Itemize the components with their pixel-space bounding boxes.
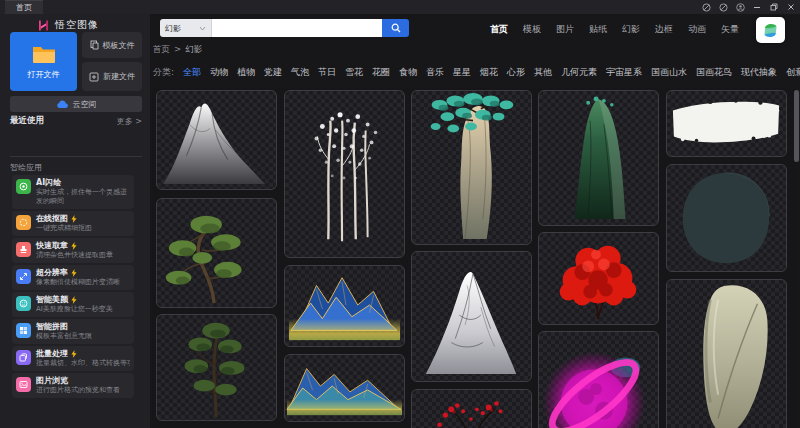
sidebar-app-online-cutout[interactable]: 在线抠图 一键完成精细抠图 <box>12 211 134 236</box>
nav-item-frames[interactable]: 边框 <box>655 23 673 36</box>
sidebar-app-smart-beauty[interactable]: 智能美颜 AI美肤瘦脸让您一秒变美 <box>12 292 134 317</box>
window-controls <box>701 0 796 14</box>
nav-item-vector[interactable]: 矢量 <box>721 23 739 36</box>
category-party[interactable]: 党建 <box>264 66 282 79</box>
category-geometry[interactable]: 几何元素 <box>561 66 597 79</box>
app-desc: 模板丰富创意无限 <box>36 332 130 341</box>
gallery-card-blue-gold-mountains[interactable] <box>284 265 405 347</box>
category-ink-landscape[interactable]: 国画山水 <box>651 66 687 79</box>
sidebar: 悟空图像 打开文件 模板文件 新建文件 <box>0 14 150 428</box>
sidebar-app-super-resolution[interactable]: 超分辨率 像素翻倍使模糊图片变清晰 <box>12 265 134 290</box>
category-bubble[interactable]: 气泡 <box>291 66 309 79</box>
sidebar-app-smart-collage[interactable]: 智能拼图 模板丰富创意无限 <box>12 319 134 344</box>
app-title: 智能拼图 <box>36 322 68 332</box>
category-food[interactable]: 食物 <box>399 66 417 79</box>
cloud-icon <box>56 100 69 109</box>
gallery-card-neon-planet-partial[interactable] <box>538 331 659 428</box>
open-file-button[interactable]: 打开文件 <box>10 32 77 91</box>
gallery-card-khaki-paint-smear[interactable] <box>666 279 787 428</box>
sidebar-app-quick-stamp[interactable]: 快速取章 清理杂色并快速提取图章 <box>12 238 134 263</box>
app-title: 批量处理 <box>36 349 68 359</box>
super-resolution-icon <box>16 269 31 284</box>
category-star[interactable]: 星星 <box>453 66 471 79</box>
category-all[interactable]: 全部 <box>183 66 201 79</box>
close-icon[interactable] <box>786 2 796 12</box>
nav-item-home[interactable]: 首页 <box>490 23 508 36</box>
app-title: AI闪绘 <box>36 178 61 188</box>
app-title: 在线抠图 <box>36 214 68 224</box>
wukong-image-app-window: 首页 <box>0 0 800 428</box>
category-snowflake[interactable]: 雪花 <box>345 66 363 79</box>
sidebar-app-ai-flash-draw[interactable]: AI闪绘 实时生成，抓住每一个灵感迸发的瞬间 <box>12 175 134 209</box>
category-other[interactable]: 其他 <box>534 66 552 79</box>
app-desc: 批量裁切、水印、格式转换等功能 <box>36 359 130 368</box>
more-link[interactable]: 更多 > <box>117 116 142 127</box>
new-file-icon <box>89 72 99 82</box>
lightning-badge-icon <box>71 242 77 250</box>
sidebar-app-image-browse[interactable]: 图片浏览 进行图片格式的预览和查看 <box>12 373 134 398</box>
gallery-card-dark-teal-circle[interactable] <box>666 164 787 272</box>
gallery-card-pine-green[interactable] <box>156 198 277 308</box>
category-galaxy[interactable]: 宇宙星系 <box>606 66 642 79</box>
cloud-space-label: 云空间 <box>73 99 97 110</box>
nav-item-stickers[interactable]: 贴纸 <box>589 23 607 36</box>
category-animal[interactable]: 动物 <box>210 66 228 79</box>
app-desc: 像素翻倍使模糊图片变清晰 <box>36 278 130 287</box>
breadcrumb-current: 幻影 <box>185 44 202 56</box>
app-desc: 实时生成，抓住每一个灵感迸发的瞬间 <box>36 188 130 206</box>
gallery-card-bonsai-rock[interactable] <box>411 90 532 245</box>
category-filter-row: 分类: 全部 动物 植物 党建 气泡 节日 雪花 花圈 食物 音乐 星星 烟花 … <box>153 66 800 79</box>
scrollbar-thumb[interactable] <box>794 90 799 162</box>
gallery-card-red-blossom-partial[interactable] <box>411 389 532 428</box>
category-ink-flower-bird[interactable]: 国画花鸟 <box>696 66 732 79</box>
gallery-card-blue-teal-ridge[interactable] <box>284 354 405 422</box>
gallery-card-pine-dark[interactable] <box>156 314 277 421</box>
nav-item-images[interactable]: 图片 <box>556 23 574 36</box>
sidebar-app-batch-process[interactable]: 批量处理 批量裁切、水印、格式转换等功能 <box>12 346 134 371</box>
slashed-circle-icon[interactable] <box>718 2 728 12</box>
gallery-card-white-blossom-trees[interactable] <box>284 90 405 258</box>
recent-used-label: 最近使用 <box>10 115 44 127</box>
gallery-card-green-cliff[interactable] <box>538 90 659 226</box>
brand-s-logo[interactable] <box>756 17 785 43</box>
search-bar: 幻影 <box>160 19 409 37</box>
nav-item-animation[interactable]: 动画 <box>688 23 706 36</box>
category-label: 分类: <box>153 66 174 79</box>
category-modern-abstract[interactable]: 现代抽象 <box>741 66 777 79</box>
category-creative-contest[interactable]: 创意大赛 <box>786 66 800 79</box>
gallery-card-ink-mountain-white[interactable] <box>411 251 532 382</box>
category-heart[interactable]: 心形 <box>507 66 525 79</box>
user-icon[interactable] <box>735 2 745 12</box>
gallery-card-red-coral-tree[interactable] <box>538 232 659 325</box>
smart-apps-header: 智绘应用 <box>10 162 42 173</box>
template-file-button[interactable]: 模板文件 <box>82 32 142 58</box>
search-button[interactable] <box>382 19 409 37</box>
app-desc: 进行图片格式的预览和查看 <box>36 386 130 395</box>
gallery-card-white-brush-stroke[interactable] <box>666 90 787 157</box>
tab-home[interactable]: 首页 <box>5 0 43 14</box>
app-name: 悟空图像 <box>55 18 99 32</box>
nav-item-templates[interactable]: 模板 <box>523 23 541 36</box>
category-firework[interactable]: 烟花 <box>480 66 498 79</box>
app-title: 图片浏览 <box>36 376 68 386</box>
breadcrumb-home[interactable]: 首页 <box>153 44 170 56</box>
top-nav: 首页 模板 图片 贴纸 幻影 边框 动画 矢量 <box>490 23 739 36</box>
slashed-circle-icon[interactable] <box>701 2 711 12</box>
batch-process-icon <box>16 350 31 365</box>
search-scope-dropdown[interactable]: 幻影 <box>160 19 212 37</box>
search-scope-value: 幻影 <box>165 23 181 34</box>
nav-item-phantom[interactable]: 幻影 <box>622 23 640 36</box>
category-festival[interactable]: 节日 <box>318 66 336 79</box>
category-plant[interactable]: 植物 <box>237 66 255 79</box>
open-file-label: 打开文件 <box>28 69 60 80</box>
new-file-button[interactable]: 新建文件 <box>82 62 142 91</box>
category-music[interactable]: 音乐 <box>426 66 444 79</box>
restore-icon[interactable] <box>769 2 779 12</box>
minimize-icon[interactable] <box>752 2 762 12</box>
gallery-scrollbar <box>794 88 799 426</box>
gallery-card-ink-mountain-gray[interactable] <box>156 90 277 190</box>
app-logo-icon <box>37 19 50 32</box>
category-wreath[interactable]: 花圈 <box>372 66 390 79</box>
search-input[interactable] <box>212 19 382 37</box>
cloud-space-button[interactable]: 云空间 <box>10 96 142 112</box>
